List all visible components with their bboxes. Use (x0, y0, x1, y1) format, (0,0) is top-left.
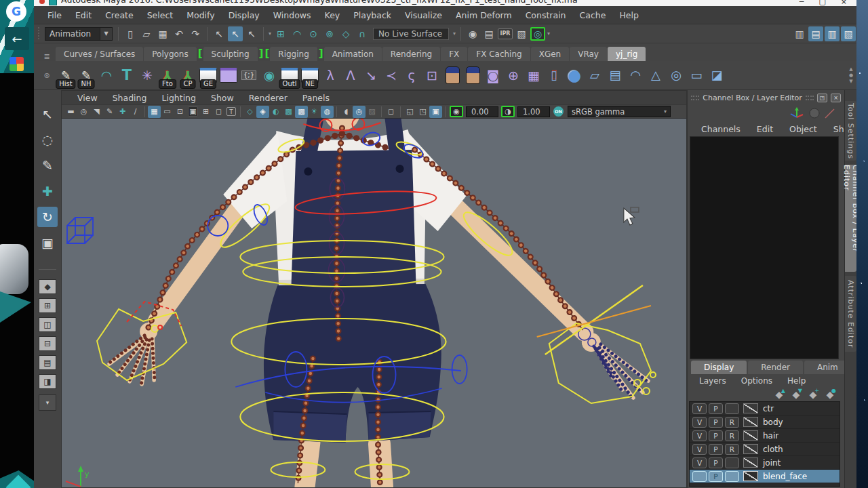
back-arrow-tile[interactable]: ← (5, 27, 29, 50)
layer-editor-menu-help[interactable]: Help (780, 376, 813, 386)
gamma-select[interactable]: sRGB gamma▾ (568, 106, 671, 117)
create-layer-from-selected-icon[interactable]: ◆● (824, 389, 836, 400)
shadows-toggle-icon[interactable]: ◍ (321, 106, 334, 118)
shelf-menu-icon[interactable]: ≣ (38, 52, 56, 61)
layer-visibility-toggle[interactable]: V (692, 417, 707, 428)
ipr-render-icon[interactable]: IPR (498, 28, 513, 39)
create-empty-layer-icon[interactable]: ◆+ (807, 389, 819, 400)
mirror-joint-icon[interactable]: Λ (340, 62, 361, 89)
grease-pencil-icon[interactable]: ✎ (103, 106, 116, 118)
layout-persp-outliner[interactable]: ◨ (39, 374, 56, 389)
layout-hypergraph-persp[interactable]: ▤ (39, 355, 56, 370)
layer-color-swatch[interactable] (743, 458, 758, 468)
channel-box-menu-object[interactable]: Object (781, 124, 825, 134)
layer-playback-toggle[interactable]: P (709, 471, 723, 482)
shelf-tab-curves-surfaces[interactable]: Curves / Surfaces (56, 47, 143, 61)
undo-icon[interactable]: ↶ (172, 26, 186, 41)
move-layer-down-icon[interactable]: ◆▼ (790, 389, 802, 400)
menu-cache[interactable]: Cache (573, 10, 613, 20)
shelf-gear-icon[interactable]: ⊛ (38, 71, 56, 80)
camera-attributes-icon[interactable]: ◎ (77, 106, 90, 118)
shelf-tab-animation[interactable]: Animation (324, 47, 382, 61)
squash-deformer-icon[interactable]: ▭ (686, 62, 707, 89)
layer-render-toggle[interactable] (725, 458, 739, 468)
flare-deformer-icon[interactable]: △ (646, 62, 666, 89)
layer-visibility-toggle[interactable]: V (692, 403, 707, 414)
layer-render-toggle[interactable]: R (725, 417, 739, 428)
menu-help[interactable]: Help (612, 10, 646, 20)
contrast-field[interactable]: 1.00 (517, 106, 550, 117)
occlusion-toggle-icon[interactable]: ◖ (340, 106, 353, 118)
locator-icon[interactable]: ✳ (137, 62, 157, 89)
modeling-toolkit-toggle-icon[interactable]: ▥ (792, 26, 807, 41)
cluster-icon[interactable]: ⊕ (503, 62, 524, 89)
channel-box-menu-edit[interactable]: Edit (749, 124, 781, 134)
smooth-shade-all-icon[interactable]: ◈ (256, 106, 269, 118)
minimize-button[interactable]: ─ (800, 0, 804, 6)
nh-pencil-icon[interactable]: ✎NH (76, 62, 96, 89)
scroll-thumb-icon[interactable]: ● (849, 73, 853, 78)
layer-playback-toggle[interactable]: P (709, 403, 723, 414)
viewport-3d-canvas[interactable]: y (62, 119, 686, 487)
viewport-menu-shading[interactable]: Shading (105, 93, 155, 103)
layer-row-blend-face[interactable]: Pblend_face (690, 470, 840, 483)
edit-membership-icon[interactable]: ⊡ (422, 62, 442, 89)
menu-anim-deform[interactable]: Anim Deform (449, 10, 519, 20)
redo-icon[interactable]: ↷ (188, 26, 203, 41)
outliner-window-icon[interactable]: Outl (279, 62, 300, 89)
menu-display[interactable]: Display (222, 10, 267, 20)
layer-row-hair[interactable]: VPRhair (690, 429, 840, 443)
paint-select-tool[interactable]: ✎ (37, 155, 58, 176)
ik-spline-handle-icon[interactable]: ς (401, 62, 422, 89)
open-scene-icon[interactable]: ▱ (139, 26, 154, 41)
layer-render-toggle[interactable] (725, 471, 739, 482)
pane-layout-b-icon[interactable]: ◳ (416, 106, 429, 118)
save-scene-icon[interactable]: ▦ (155, 26, 170, 41)
rotate-tool[interactable]: ↻ (37, 207, 58, 227)
snap-to-curve-icon[interactable]: ◠ (290, 26, 304, 41)
resolution-gate-icon[interactable]: ⊡ (174, 106, 186, 118)
layer-row-body[interactable]: VPRbody (690, 415, 840, 429)
select-by-component-icon[interactable]: ↖ (244, 26, 259, 41)
safe-title-icon[interactable]: T (226, 107, 236, 116)
float-panel-icon[interactable]: ◳ (817, 94, 827, 102)
curve-deformer-icon[interactable]: ◠ (625, 62, 646, 89)
layer-playback-toggle[interactable]: P (709, 458, 723, 468)
layer-editor-tab-render[interactable]: Render (748, 361, 803, 374)
channel-box-menu-channels[interactable]: Channels (693, 124, 749, 134)
maximize-button[interactable]: ▢ (818, 0, 825, 6)
make-object-live-icon[interactable]: ∩ (355, 26, 370, 41)
chevron-down-icon[interactable]: ▾ (453, 30, 456, 37)
menu-set-dropdown[interactable]: Animation ▼ (45, 27, 113, 41)
shelf-tab-sculpting[interactable]: Sculpting (203, 47, 258, 61)
colorful-app-icon[interactable] (9, 57, 24, 71)
attribute-editor-toggle-icon[interactable]: ▧ (841, 26, 856, 41)
tool-settings-toggle-icon[interactable]: ▥ (825, 26, 840, 41)
pane-layout-a-icon[interactable]: ◱ (403, 106, 416, 118)
shelf-tab-rigging[interactable]: Rigging (270, 47, 317, 61)
viewport-menu-lighting[interactable]: Lighting (154, 93, 203, 103)
shelf-tab-xgen[interactable]: XGen (531, 47, 570, 61)
contrast-icon-icon[interactable]: ◑ (501, 106, 515, 117)
layer-editor-menu-layers[interactable]: Layers (692, 376, 734, 386)
layer-color-swatch[interactable] (743, 471, 758, 481)
channel-box-empty-list[interactable] (690, 136, 839, 359)
snap-to-projected-center-icon[interactable]: ⊚ (322, 26, 337, 41)
close-panel-icon[interactable]: × (831, 94, 841, 102)
ik-handle-tool-icon[interactable]: ≺ (381, 62, 401, 89)
snap-to-grid-icon[interactable]: ⊞ (273, 26, 288, 41)
gate-mask-icon[interactable]: ▣ (188, 106, 198, 117)
menu-windows[interactable]: Windows (267, 10, 318, 20)
graph-editor-window-icon[interactable] (218, 62, 239, 89)
snap-to-view-plane-icon[interactable]: ◇ (338, 26, 353, 41)
layer-playback-toggle[interactable]: P (709, 417, 723, 428)
layer-visibility-toggle[interactable] (692, 471, 707, 482)
wireframe-on-shaded-icon[interactable]: ◐ (269, 106, 282, 118)
layer-editor-tab-display[interactable]: Display (691, 361, 747, 374)
scroll-up-icon[interactable]: ▲ (849, 66, 852, 72)
close-button[interactable]: × (841, 0, 847, 6)
layer-render-toggle[interactable]: R (725, 430, 739, 441)
fto-joint-icon[interactable]: YFto (157, 62, 178, 89)
exposure-icon-icon[interactable]: ◉ (450, 106, 463, 117)
layer-row-joint[interactable]: VPjoint (690, 456, 840, 470)
